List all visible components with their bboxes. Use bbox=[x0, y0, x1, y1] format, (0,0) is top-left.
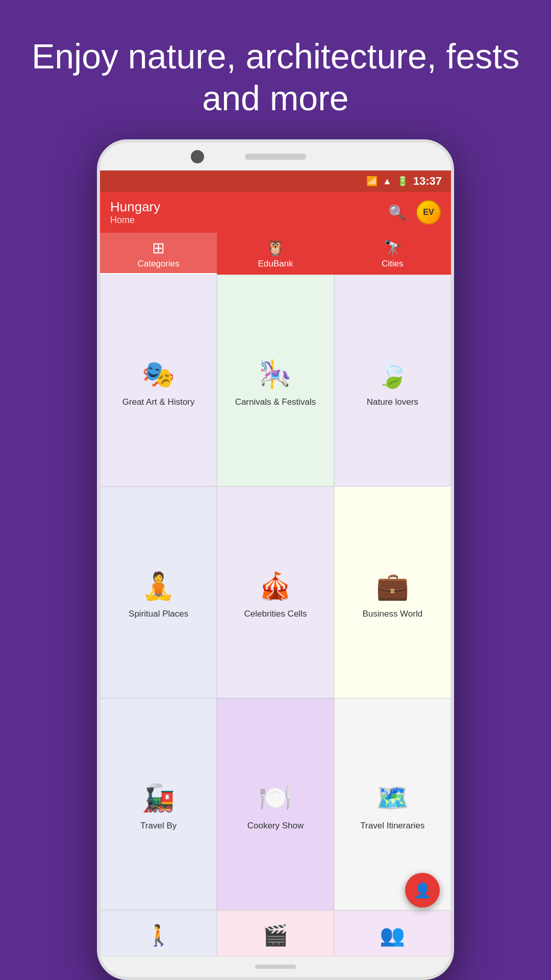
tab-categories[interactable]: ⊞ Categories bbox=[100, 233, 217, 275]
search-icon[interactable]: 🔍 bbox=[388, 204, 406, 221]
itineraries-label: Travel Itineraries bbox=[360, 821, 424, 831]
art-history-icon: 🎭 bbox=[142, 359, 175, 390]
fab-button[interactable]: 👤 bbox=[405, 873, 440, 908]
app-bar-title: Hungary Home bbox=[110, 199, 160, 226]
tab-bar: ⊞ Categories 🦉 EduBank 🔭 Cities bbox=[100, 233, 451, 275]
cities-tab-label: Cities bbox=[382, 259, 404, 269]
app-bar: Hungary Home 🔍 EV bbox=[100, 192, 451, 233]
ev-label: EV bbox=[423, 208, 434, 217]
cities-tab-icon: 🔭 bbox=[383, 239, 402, 257]
category-celebrities[interactable]: 🎪 Celebrities Cells bbox=[217, 486, 334, 698]
celebrities-label: Celebrities Cells bbox=[244, 609, 307, 619]
category-art-history[interactable]: 🎭 Great Art & History bbox=[100, 275, 217, 486]
category-cookery[interactable]: 🍽️ Cookery Show bbox=[217, 698, 334, 910]
phone-screen: 📶 ▲ 🔋 13:37 Hungary Home 🔍 EV bbox=[100, 170, 451, 957]
categories-tab-label: Categories bbox=[138, 259, 180, 269]
bottom-row: 🚶 🎬 👥 bbox=[100, 910, 451, 957]
phone-bottom-bezel bbox=[100, 957, 451, 977]
phone-shell: 📶 ▲ 🔋 13:37 Hungary Home 🔍 EV bbox=[97, 139, 454, 980]
country-label: Hungary bbox=[110, 199, 160, 215]
celebrities-icon: 🎪 bbox=[259, 571, 292, 602]
phone-top-bezel bbox=[100, 142, 451, 170]
category-nature[interactable]: 🍃 Nature lovers bbox=[334, 275, 451, 486]
hero-section: Enjoy nature, architecture, fests and mo… bbox=[0, 0, 551, 139]
status-bar: 📶 ▲ 🔋 13:37 bbox=[100, 170, 451, 192]
bottom-cell-3[interactable]: 👥 bbox=[334, 911, 451, 957]
carnivals-icon: 🎠 bbox=[259, 359, 292, 390]
categories-tab-icon: ⊞ bbox=[152, 239, 165, 257]
edubank-tab-icon: 🦉 bbox=[266, 239, 285, 257]
category-spiritual[interactable]: 🧘 Spiritual Places bbox=[100, 486, 217, 698]
app-bar-actions: 🔍 EV bbox=[388, 200, 441, 225]
battery-icon: 🔋 bbox=[397, 176, 408, 187]
home-subtitle: Home bbox=[110, 215, 160, 226]
cookery-label: Cookery Show bbox=[247, 821, 304, 831]
cookery-icon: 🍽️ bbox=[259, 782, 292, 814]
bottom-cell-2[interactable]: 🎬 bbox=[217, 911, 334, 957]
ev-badge[interactable]: EV bbox=[416, 200, 441, 225]
category-grid: 🎭 Great Art & History 🎠 Carnivals & Fest… bbox=[100, 275, 451, 910]
edubank-tab-label: EduBank bbox=[258, 259, 293, 269]
business-label: Business World bbox=[362, 609, 422, 619]
signal-icon: ▲ bbox=[383, 176, 392, 187]
bottom-icon-2: 🎬 bbox=[263, 923, 288, 947]
category-carnivals[interactable]: 🎠 Carnivals & Festivals bbox=[217, 275, 334, 486]
bottom-icon-1: 🚶 bbox=[146, 923, 171, 947]
nature-label: Nature lovers bbox=[367, 397, 418, 407]
tab-edubank[interactable]: 🦉 EduBank bbox=[217, 233, 334, 275]
itineraries-icon: 🗺️ bbox=[376, 782, 409, 814]
fab-icon: 👤 bbox=[414, 882, 432, 899]
status-time: 13:37 bbox=[413, 175, 442, 188]
camera bbox=[191, 150, 204, 163]
travel-by-icon: 🚂 bbox=[142, 782, 175, 814]
bottom-cell-1[interactable]: 🚶 bbox=[100, 911, 217, 957]
business-icon: 💼 bbox=[376, 571, 409, 602]
phone-wrapper: 📶 ▲ 🔋 13:37 Hungary Home 🔍 EV bbox=[0, 139, 551, 980]
bottom-icon-3: 👥 bbox=[380, 923, 405, 947]
category-business[interactable]: 💼 Business World bbox=[334, 486, 451, 698]
nature-icon: 🍃 bbox=[376, 359, 409, 390]
category-travel-by[interactable]: 🚂 Travel By bbox=[100, 698, 217, 910]
travel-by-label: Travel By bbox=[140, 821, 177, 831]
spiritual-icon: 🧘 bbox=[142, 571, 175, 602]
speaker bbox=[245, 154, 306, 160]
hero-text: Enjoy nature, architecture, fests and mo… bbox=[32, 37, 519, 117]
tab-cities[interactable]: 🔭 Cities bbox=[334, 233, 451, 275]
spiritual-label: Spiritual Places bbox=[129, 609, 188, 619]
carnivals-label: Carnivals & Festivals bbox=[235, 397, 316, 407]
wifi-icon: 📶 bbox=[366, 176, 378, 187]
art-history-label: Great Art & History bbox=[122, 397, 195, 407]
